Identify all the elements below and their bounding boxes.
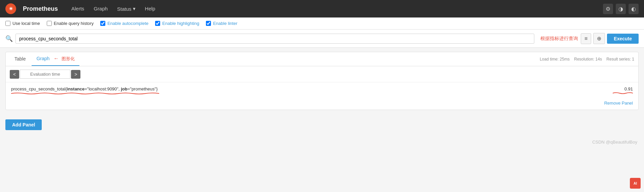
panel-meta: Load time: 25ms Resolution: 14s Result s… bbox=[540, 54, 634, 64]
eval-next-button[interactable]: > bbox=[71, 70, 80, 79]
remove-panel-link[interactable]: Remove Panel bbox=[604, 101, 633, 106]
navbar-brand: Prometheus bbox=[23, 5, 58, 12]
search-icon: 🔍 bbox=[5, 35, 13, 42]
eval-prev-button[interactable]: < bbox=[10, 70, 19, 79]
eval-time-input[interactable] bbox=[20, 70, 70, 79]
query-hint: 根据指标进行查询 bbox=[540, 36, 578, 42]
metric-explorer-button[interactable]: ⊕ bbox=[593, 33, 605, 44]
label-instance-value: localhost:9090 bbox=[88, 86, 117, 91]
use-local-time-option[interactable]: Use local time bbox=[5, 21, 40, 26]
query-actions: ≡ ⊕ Execute bbox=[581, 33, 639, 44]
enable-query-history-option[interactable]: Enable query history bbox=[47, 21, 94, 26]
label-job-key: job bbox=[121, 86, 128, 91]
result-row: process_cpu_seconds_total{instance="loca… bbox=[6, 82, 638, 99]
result-series: Result series: 1 bbox=[606, 57, 634, 62]
annotation-arrow-icon: ← bbox=[53, 55, 59, 61]
resolution: Resolution: 14s bbox=[574, 57, 602, 62]
metric-name: process_cpu_seconds_total bbox=[11, 86, 65, 91]
query-bar: 🔍 根据指标进行查询 ≡ ⊕ Execute bbox=[0, 30, 644, 48]
enable-query-history-label: Enable query history bbox=[54, 21, 94, 26]
prometheus-logo: ☀ bbox=[5, 3, 16, 14]
footer: CSDN @qBeautifulBoy bbox=[0, 136, 644, 149]
settings-button[interactable]: ⚙ bbox=[603, 4, 613, 14]
remove-panel-row: Remove Panel bbox=[6, 99, 638, 110]
enable-linter-label: Enable linter bbox=[213, 21, 237, 26]
navbar-right: ⚙ ◑ ◐ bbox=[603, 4, 639, 14]
add-panel-section: Add Panel bbox=[0, 114, 644, 136]
load-time: Load time: 25ms bbox=[540, 57, 570, 62]
result-value-number: 0.91 bbox=[624, 86, 633, 91]
red-underline-value bbox=[613, 92, 633, 94]
use-local-time-label: Use local time bbox=[12, 21, 40, 26]
theme-toggle-button[interactable]: ◑ bbox=[616, 4, 626, 14]
footer-credit: CSDN @qBeautifulBoy bbox=[592, 140, 637, 145]
enable-linter-option[interactable]: Enable linter bbox=[206, 21, 237, 26]
eval-time-row: < > bbox=[6, 66, 638, 82]
navbar-nav: Alerts Graph Status ▾ Help bbox=[67, 4, 159, 14]
enable-highlighting-checkbox[interactable] bbox=[155, 21, 160, 26]
query-input[interactable] bbox=[15, 34, 534, 44]
nav-help[interactable]: Help bbox=[141, 4, 159, 14]
nav-alerts[interactable]: Alerts bbox=[67, 4, 88, 14]
result-metric: process_cpu_seconds_total{instance="loca… bbox=[11, 86, 159, 94]
enable-highlighting-label: Enable highlighting bbox=[162, 21, 199, 26]
tab-table[interactable]: Table bbox=[10, 53, 30, 66]
label-job-value: prometheus bbox=[132, 86, 155, 91]
nav-graph[interactable]: Graph bbox=[90, 4, 112, 14]
panel-tabs: Table Graph ← 图形化 Load time: 25ms Resolu… bbox=[6, 52, 638, 66]
enable-linter-checkbox[interactable] bbox=[206, 21, 211, 26]
contrast-toggle-button[interactable]: ◐ bbox=[629, 4, 639, 14]
red-underline-metric bbox=[11, 92, 159, 94]
enable-autocomplete-label: Enable autocomplete bbox=[107, 21, 148, 26]
label-instance-key: instance bbox=[67, 86, 85, 91]
use-local-time-checkbox[interactable] bbox=[5, 21, 10, 26]
nav-status[interactable]: Status ▾ bbox=[113, 4, 140, 14]
result-value: 0.91 bbox=[613, 86, 633, 94]
toolbar: Use local time Enable query history Enab… bbox=[0, 17, 644, 30]
enable-highlighting-option[interactable]: Enable highlighting bbox=[155, 21, 199, 26]
enable-autocomplete-checkbox[interactable] bbox=[100, 21, 105, 26]
add-panel-button[interactable]: Add Panel bbox=[5, 119, 42, 130]
tab-graph[interactable]: Graph ← 图形化 bbox=[32, 52, 79, 66]
result-panel: Table Graph ← 图形化 Load time: 25ms Resolu… bbox=[5, 52, 639, 110]
navbar: ☀ Prometheus Alerts Graph Status ▾ Help … bbox=[0, 0, 644, 17]
execute-button[interactable]: Execute bbox=[607, 34, 639, 44]
metric-labels: {instance="localhost:9090", job="prometh… bbox=[65, 86, 157, 91]
list-icon-button[interactable]: ≡ bbox=[581, 33, 591, 44]
enable-query-history-checkbox[interactable] bbox=[47, 21, 52, 26]
enable-autocomplete-option[interactable]: Enable autocomplete bbox=[100, 21, 148, 26]
annotation-text: 图形化 bbox=[62, 56, 75, 61]
